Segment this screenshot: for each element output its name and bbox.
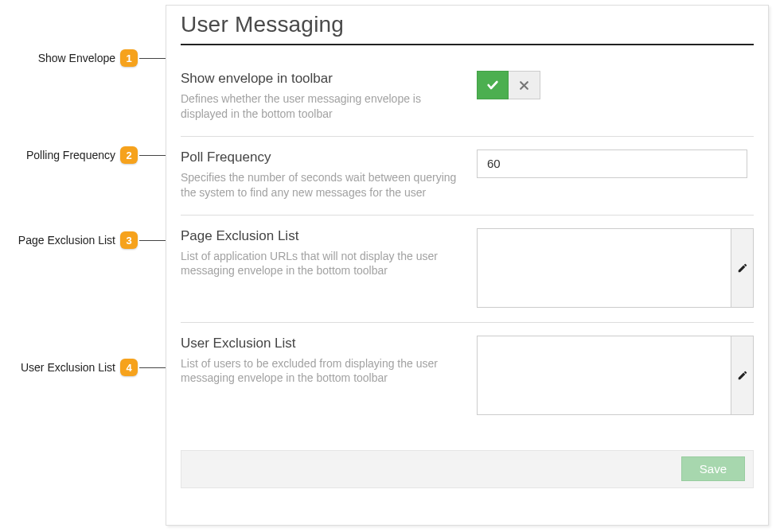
field-title: Poll Frequency (181, 150, 461, 165)
save-button[interactable]: Save (681, 456, 745, 481)
callout-badge-2: 2 (120, 146, 138, 164)
field-help: Specifies the number of seconds wait bet… (181, 170, 461, 200)
callout-badge-3: 3 (120, 231, 138, 249)
callout-label: Polling Frequency (26, 149, 115, 161)
show-envelope-toggle (477, 71, 540, 99)
pencil-icon (737, 262, 748, 274)
page-exclusion-list[interactable] (477, 228, 731, 308)
footer-bar: Save (181, 450, 754, 488)
x-icon (519, 80, 529, 91)
callout-badge-4: 4 (120, 359, 138, 376)
check-icon (486, 79, 499, 91)
field-title: Show envelope in toolbar (181, 71, 461, 87)
page-exclusion-edit-button[interactable] (731, 228, 754, 308)
page-title: User Messaging (181, 12, 754, 37)
callout-label: User Exclusion List (21, 361, 115, 374)
field-title: Page Exclusion List (181, 228, 461, 244)
callout-label: Page Exclusion List (18, 234, 115, 247)
user-exclusion-list[interactable] (477, 336, 731, 415)
callout-label: Show Envelope (38, 52, 115, 64)
title-divider (181, 44, 754, 45)
row-page-exclusion: Page Exclusion List List of application … (181, 216, 754, 322)
field-help: List of users to be excluded from displa… (181, 356, 461, 386)
callout-badge-1: 1 (120, 49, 138, 67)
field-title: User Exclusion List (181, 336, 461, 351)
row-poll-frequency: Poll Frequency Specifies the number of s… (181, 137, 754, 215)
poll-frequency-input[interactable] (477, 150, 747, 178)
user-exclusion-edit-button[interactable] (731, 336, 754, 415)
row-show-envelope: Show envelope in toolbar Defines whether… (181, 58, 754, 136)
row-user-exclusion: User Exclusion List List of users to be … (181, 323, 754, 429)
field-help: Defines whether the user messaging envel… (181, 91, 461, 122)
pencil-icon (737, 370, 748, 381)
toggle-on-button[interactable] (477, 71, 509, 99)
toggle-off-button[interactable] (509, 71, 540, 99)
field-help: List of application URLs that will not d… (181, 249, 461, 279)
callout-layer: Show Envelope 1 Polling Frequency 2 Page… (0, 0, 166, 532)
settings-panel: User Messaging Show envelope in toolbar … (166, 5, 769, 526)
